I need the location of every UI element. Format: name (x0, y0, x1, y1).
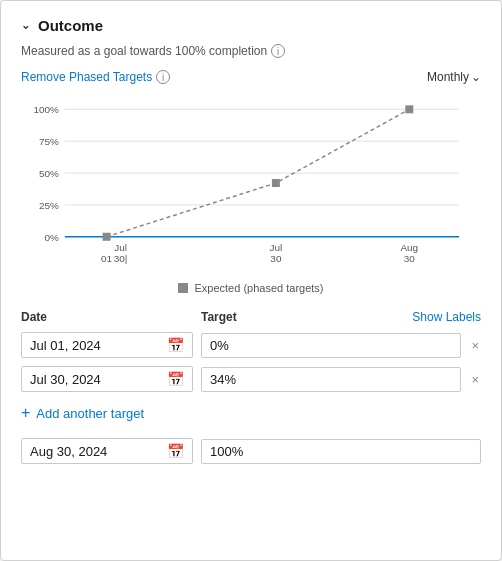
remove-phased-label: Remove Phased Targets (21, 70, 152, 84)
plus-icon: + (21, 404, 30, 422)
date-input-2[interactable]: 📅 (21, 366, 193, 392)
target-row-last: 📅 (21, 438, 481, 464)
calendar-icon-1[interactable]: 📅 (167, 337, 184, 353)
svg-text:100%: 100% (33, 104, 59, 115)
phased-targets-chart: 100% 75% 50% 25% 0% Jul 30| 01 Jul 30 Au… (21, 94, 481, 274)
date-field-last[interactable] (30, 444, 167, 459)
target-column-header: Target (201, 310, 412, 324)
target-input-1[interactable] (201, 333, 461, 358)
chart-area: 100% 75% 50% 25% 0% Jul 30| 01 Jul 30 Au… (21, 94, 481, 274)
chart-point-2 (272, 179, 280, 187)
svg-text:30: 30 (404, 253, 416, 264)
subtitle-info-icon[interactable]: i (271, 44, 285, 58)
svg-text:Jul: Jul (270, 242, 283, 253)
svg-text:25%: 25% (39, 200, 59, 211)
target-row-2: 📅 × (21, 366, 481, 392)
legend-label: Expected (phased targets) (194, 282, 323, 294)
date-field-1[interactable] (30, 338, 167, 353)
svg-text:0%: 0% (44, 232, 59, 243)
chart-legend: Expected (phased targets) (21, 282, 481, 294)
form-header: Date Target Show Labels (21, 310, 481, 324)
svg-text:75%: 75% (39, 136, 59, 147)
remove-phased-link[interactable]: Remove Phased Targets i (21, 70, 170, 84)
date-input-1[interactable]: 📅 (21, 332, 193, 358)
target-input-2[interactable] (201, 367, 461, 392)
remove-row-2-button[interactable]: × (469, 372, 481, 387)
outcome-card: ⌄ Outcome Measured as a goal towards 100… (0, 0, 502, 561)
date-field-2[interactable] (30, 372, 167, 387)
svg-text:30|: 30| (114, 253, 128, 264)
add-target-label: Add another target (36, 406, 144, 421)
remove-info-icon[interactable]: i (156, 70, 170, 84)
calendar-icon-last[interactable]: 📅 (167, 443, 184, 459)
target-input-last[interactable] (201, 439, 481, 464)
monthly-dropdown[interactable]: Monthly ⌄ (427, 70, 481, 84)
date-input-last[interactable]: 📅 (21, 438, 193, 464)
show-labels-link[interactable]: Show Labels (412, 310, 481, 324)
svg-text:50%: 50% (39, 168, 59, 179)
svg-text:Aug: Aug (400, 242, 418, 253)
target-field-2[interactable] (210, 372, 452, 387)
target-field-1[interactable] (210, 338, 452, 353)
monthly-label: Monthly (427, 70, 469, 84)
target-field-last[interactable] (210, 444, 472, 459)
subtitle-text: Measured as a goal towards 100% completi… (21, 44, 267, 58)
chart-point-1 (103, 233, 111, 241)
monthly-chevron-icon: ⌄ (471, 70, 481, 84)
svg-text:01: 01 (101, 253, 113, 264)
chart-point-3 (405, 105, 413, 113)
section-title: Outcome (38, 17, 103, 34)
section-header: ⌄ Outcome (21, 17, 481, 34)
controls-row: Remove Phased Targets i Monthly ⌄ (21, 70, 481, 84)
legend-square-icon (178, 283, 188, 293)
collapse-chevron-icon[interactable]: ⌄ (21, 19, 30, 32)
svg-text:30: 30 (270, 253, 282, 264)
remove-row-1-button[interactable]: × (469, 338, 481, 353)
subtitle-row: Measured as a goal towards 100% completi… (21, 44, 481, 58)
date-column-header: Date (21, 310, 201, 324)
svg-text:Jul: Jul (114, 242, 127, 253)
add-another-target-button[interactable]: + Add another target (21, 400, 144, 426)
calendar-icon-2[interactable]: 📅 (167, 371, 184, 387)
target-row-1: 📅 × (21, 332, 481, 358)
